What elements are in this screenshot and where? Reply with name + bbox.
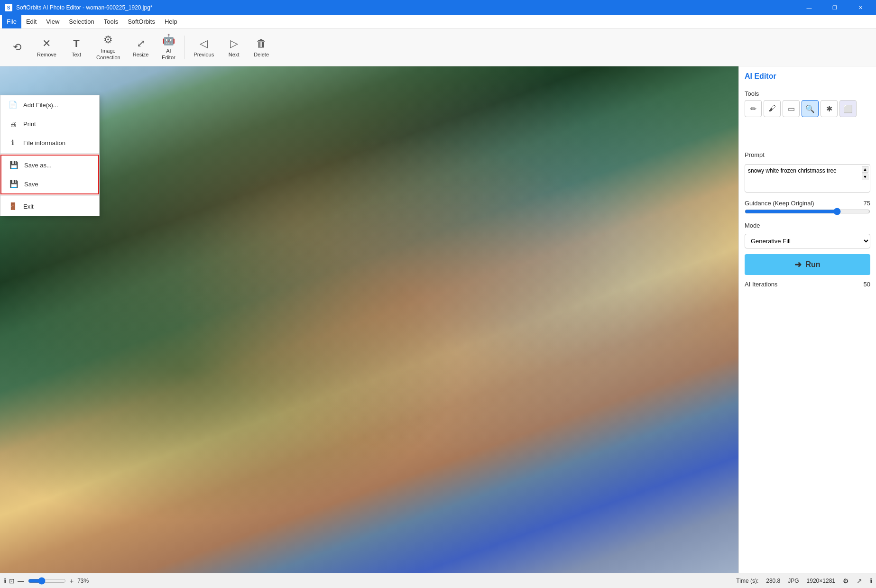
right-panel: AI Editor Tools ✏ 🖌 ▭ 🔍 ✱ ⬜ Prompt: [738, 66, 876, 573]
menu-bar: File Edit View Selection Tools SoftOrbit…: [0, 15, 876, 28]
mode-select[interactable]: Generative Fill Inpainting Outpainting: [745, 234, 870, 248]
toolbar-resize[interactable]: ⤢ Resize: [127, 31, 155, 64]
exit-label: Exit: [23, 203, 34, 210]
save-as-label: Save as...: [24, 162, 52, 169]
delete-label: Delete: [254, 52, 269, 57]
lasso-tool-btn[interactable]: 🔍: [802, 100, 819, 117]
tools-row: ✏ 🖌 ▭ 🔍 ✱ ⬜: [745, 100, 870, 117]
settings-icon[interactable]: ⚙: [843, 577, 849, 585]
ai-editor-label: AIEditor: [162, 48, 175, 60]
dropdown-sep-2: [0, 195, 99, 196]
ai-editor-icon: 🤖: [162, 34, 175, 46]
menu-item-exit[interactable]: 🚪 Exit: [0, 197, 99, 216]
title-bar: S SoftOrbits AI Photo Editor - woman-600…: [0, 0, 876, 15]
prompt-label: Prompt: [745, 151, 870, 158]
dimensions-value: 1920×1281: [807, 578, 835, 584]
close-button[interactable]: ✕: [849, 0, 871, 15]
menu-selection[interactable]: Selection: [64, 15, 99, 28]
status-info-icon[interactable]: ℹ: [4, 577, 6, 585]
guidance-value: 75: [856, 200, 870, 207]
erase-tool-btn[interactable]: ⬜: [839, 100, 857, 117]
canvas-area[interactable]: 📄 Add File(s)... 🖨 Print ℹ File informat…: [0, 66, 738, 573]
add-files-icon: 📄: [8, 100, 18, 110]
title-text: SoftOrbits AI Photo Editor - woman-60022…: [16, 4, 798, 11]
iterations-row: AI Iterations 50: [745, 281, 870, 288]
scroll-down[interactable]: ▼: [862, 174, 868, 180]
toolbar-previous[interactable]: ◁ Previous: [188, 31, 220, 64]
ai-iterations-label: AI Iterations: [745, 281, 777, 288]
print-icon: 🖨: [8, 119, 18, 129]
toolbar-back[interactable]: ⟲: [4, 31, 30, 64]
zoom-plus-icon[interactable]: +: [70, 577, 74, 585]
menu-edit[interactable]: Edit: [21, 15, 41, 28]
minimize-button[interactable]: —: [798, 0, 820, 15]
toolbar-image-correction[interactable]: ⚙ ImageCorrection: [91, 31, 126, 64]
toolbar-text[interactable]: T Text: [63, 31, 90, 64]
menu-item-file-info[interactable]: ℹ File information: [0, 133, 99, 152]
prompt-wrapper: snowy white frozen christmass tree ▲ ▼: [745, 164, 870, 194]
app-icon: S: [5, 4, 12, 11]
format-value: JPG: [788, 578, 799, 584]
status-right: Time (s): 280.8 JPG 1920×1281 ⚙ ↗ ℹ: [736, 577, 872, 585]
print-label: Print: [23, 120, 36, 128]
prompt-scroll: ▲ ▼: [862, 166, 868, 180]
rect-tool-btn[interactable]: ▭: [783, 100, 800, 117]
ai-iterations-value: 50: [864, 281, 870, 288]
main-layout: 📄 Add File(s)... 🖨 Print ℹ File informat…: [0, 66, 876, 573]
run-button[interactable]: ➜ Run: [745, 254, 870, 275]
mode-label: Mode: [745, 222, 870, 229]
menu-item-print[interactable]: 🖨 Print: [0, 114, 99, 133]
previous-icon: ◁: [200, 37, 208, 50]
status-bar: ℹ ⊡ — + 73% Time (s): 280.8 JPG 1920×128…: [0, 573, 876, 588]
tools-label: Tools: [745, 90, 870, 97]
menu-softorbits[interactable]: SoftOrbits: [123, 15, 160, 28]
star-tool-btn[interactable]: ✱: [821, 100, 838, 117]
run-label: Run: [805, 260, 820, 269]
prompt-section: Prompt snowy white frozen christmass tre…: [745, 151, 870, 194]
previous-label: Previous: [194, 52, 214, 57]
prompt-textarea[interactable]: snowy white frozen christmass tree: [745, 164, 870, 193]
time-value: 280.8: [766, 578, 780, 584]
tools-spacer: [745, 127, 870, 146]
share-icon[interactable]: ↗: [857, 577, 862, 585]
panel-title: AI Editor: [745, 72, 870, 84]
resize-label: Resize: [133, 52, 149, 57]
resize-icon: ⤢: [137, 37, 145, 50]
save-label: Save: [24, 181, 38, 188]
status-crop-icon[interactable]: ⊡: [9, 577, 15, 585]
toolbar-ai-editor[interactable]: 🤖 AIEditor: [155, 31, 182, 64]
info2-icon[interactable]: ℹ: [870, 577, 872, 585]
toolbar-next[interactable]: ▷ Next: [221, 31, 247, 64]
mode-section: Mode Generative Fill Inpainting Outpaint…: [745, 222, 870, 248]
delete-icon: 🗑: [256, 37, 267, 50]
menu-help[interactable]: Help: [160, 15, 182, 28]
save-as-icon: 💾: [9, 160, 18, 170]
next-label: Next: [229, 52, 240, 57]
toolbar-delete[interactable]: 🗑 Delete: [248, 31, 275, 64]
brush-tool-btn[interactable]: 🖌: [764, 100, 781, 117]
add-files-label: Add File(s)...: [23, 101, 58, 109]
zoom-control: [28, 577, 66, 585]
image-correction-icon: ⚙: [103, 34, 113, 46]
save-icon: 💾: [9, 179, 18, 189]
guidance-section: Guidance (Keep Original) 75: [745, 200, 870, 216]
menu-item-save-as[interactable]: 💾 Save as...: [1, 156, 98, 175]
guidance-slider[interactable]: [745, 208, 870, 215]
zoom-slider[interactable]: [28, 577, 66, 585]
canvas-overlay: [0, 66, 738, 573]
status-minus-icon[interactable]: —: [18, 577, 24, 585]
menu-item-save[interactable]: 💾 Save: [1, 175, 98, 193]
menu-item-add-files[interactable]: 📄 Add File(s)...: [0, 95, 99, 114]
pencil-tool-btn[interactable]: ✏: [745, 100, 762, 117]
tools-section: Tools ✏ 🖌 ▭ 🔍 ✱ ⬜: [745, 90, 870, 121]
maximize-button[interactable]: ❐: [824, 0, 846, 15]
toolbar-remove[interactable]: ✕ Remove: [31, 31, 62, 64]
remove-label: Remove: [37, 52, 56, 57]
run-arrow-icon: ➜: [794, 259, 802, 270]
menu-tools[interactable]: Tools: [99, 15, 123, 28]
window-controls: — ❐ ✕: [798, 0, 871, 15]
status-icons: ℹ ⊡ —: [4, 577, 24, 585]
menu-file[interactable]: File: [2, 15, 21, 28]
scroll-up[interactable]: ▲: [862, 166, 868, 173]
menu-view[interactable]: View: [41, 15, 64, 28]
